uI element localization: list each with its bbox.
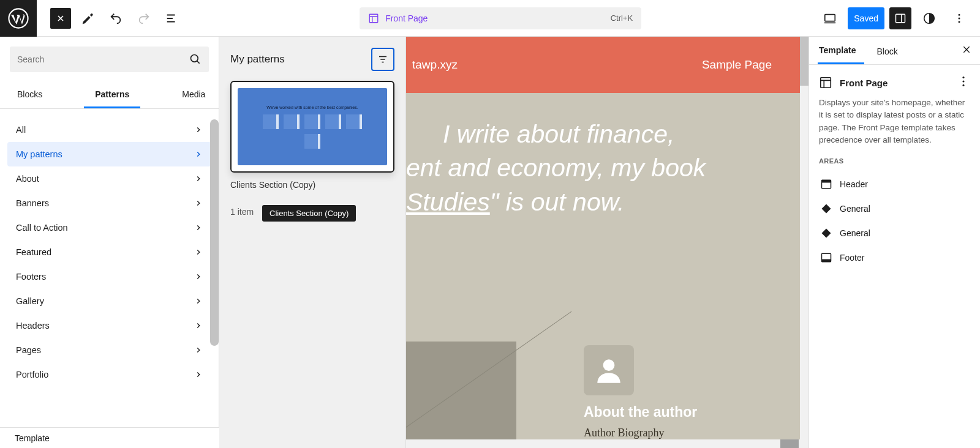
search-field-wrapper[interactable] (10, 47, 209, 72)
settings-sidebar: Template Block Front Page Displays your … (809, 37, 980, 448)
chevron-right-icon (194, 174, 203, 183)
category-featured[interactable]: Featured (7, 240, 211, 264)
svg-point-9 (603, 359, 615, 371)
styles-button[interactable] (916, 7, 942, 29)
category-about[interactable]: About (7, 166, 211, 191)
inserter-panel: Blocks Patterns Media All My patterns Ab… (0, 37, 219, 448)
nav-link-sample-page[interactable]: Sample Page (702, 58, 772, 72)
top-toolbar: Front Page Ctrl+K Saved (0, 0, 980, 37)
close-inserter-button[interactable] (50, 8, 71, 29)
pattern-card[interactable]: We've worked with some of the best compa… (230, 81, 394, 173)
hero-line-3: " is out now. (490, 188, 625, 216)
document-overview-button[interactable] (160, 7, 184, 30)
author-box[interactable]: About the author Author Biography (584, 345, 697, 439)
tab-patterns[interactable]: Patterns (84, 82, 140, 108)
category-headers[interactable]: Headers (7, 313, 211, 338)
chevron-right-icon (194, 297, 203, 305)
category-footers[interactable]: Footers (7, 264, 211, 289)
area-footer[interactable]: Footer (819, 245, 970, 270)
undo-button[interactable] (104, 7, 127, 30)
footer-icon (820, 252, 832, 264)
svg-point-13 (962, 84, 964, 86)
area-general-2[interactable]: General (819, 221, 970, 245)
search-input[interactable] (17, 54, 189, 64)
svg-point-11 (962, 77, 964, 78)
category-all[interactable]: All (7, 118, 211, 142)
canvas-scrollbar-horizontal-thumb[interactable] (780, 439, 799, 448)
header-icon (820, 178, 832, 190)
category-label: Pages (16, 345, 41, 355)
area-label: General (840, 204, 870, 214)
category-label: My patterns (16, 149, 62, 159)
category-my-patterns[interactable]: My patterns (7, 142, 211, 166)
tools-button[interactable] (76, 7, 99, 30)
category-portfolio[interactable]: Portfolio (7, 362, 211, 387)
page-body-block[interactable]: I write about finance, ent and economy, … (406, 93, 809, 439)
inserter-scrollbar[interactable] (210, 119, 219, 346)
command-shortcut: Ctrl+K (611, 13, 633, 23)
category-label: All (16, 125, 26, 135)
svg-rect-1 (369, 14, 378, 23)
area-general-1[interactable]: General (819, 196, 970, 221)
chevron-right-icon (194, 125, 203, 134)
chevron-right-icon (194, 321, 203, 330)
svg-point-7 (958, 21, 960, 23)
hero-text[interactable]: I write about finance, ent and economy, … (406, 118, 802, 219)
flyout-title: My patterns (230, 53, 285, 65)
page-header-block[interactable]: tawp.xyz Sample Page (406, 37, 809, 93)
svg-point-8 (191, 55, 198, 62)
tab-media[interactable]: Media (171, 82, 216, 108)
category-gallery[interactable]: Gallery (7, 289, 211, 313)
area-header[interactable]: Header (819, 172, 970, 196)
editor-canvas[interactable]: tawp.xyz Sample Page I write about finan… (406, 37, 809, 448)
category-pages[interactable]: Pages (7, 338, 211, 362)
category-label: Featured (16, 247, 51, 257)
pattern-preview-caption: We've worked with some of the best compa… (266, 105, 358, 110)
search-icon (189, 53, 202, 65)
category-label: Call to Action (16, 223, 68, 233)
options-button[interactable] (947, 7, 971, 29)
canvas-scrollbar-vertical-thumb[interactable] (800, 37, 809, 86)
area-label: General (840, 228, 870, 238)
template-actions-button[interactable] (957, 75, 970, 91)
category-label: Portfolio (16, 370, 48, 379)
chevron-right-icon (194, 150, 203, 159)
breadcrumb-item: Template (15, 433, 50, 443)
svg-rect-3 (895, 14, 905, 22)
category-call-to-action[interactable]: Call to Action (7, 215, 211, 240)
desktop-icon (823, 12, 837, 25)
breadcrumb-bar[interactable]: Template (0, 427, 219, 448)
filter-icon (377, 54, 388, 65)
save-button[interactable]: Saved (848, 7, 884, 29)
hero-line-1: I write about finance, (443, 120, 674, 148)
category-label: Banners (16, 198, 49, 208)
wordpress-logo[interactable] (0, 0, 37, 37)
pattern-label: Clients Section (Copy) (230, 180, 394, 190)
category-label: Headers (16, 321, 50, 330)
image-placeholder[interactable] (406, 342, 516, 439)
chevron-right-icon (194, 346, 203, 354)
category-label: About (16, 174, 39, 184)
template-description: Displays your site's homepage, whether i… (819, 97, 970, 146)
document-title-bar[interactable]: Front Page Ctrl+K (360, 7, 641, 29)
site-title: tawp.xyz (412, 58, 458, 72)
settings-panel-toggle[interactable] (889, 7, 911, 29)
svg-rect-2 (825, 14, 835, 21)
about-subtitle: Author Biography (584, 427, 697, 439)
close-sidebar-button[interactable] (962, 45, 971, 57)
svg-point-6 (958, 17, 960, 19)
tab-block[interactable]: Block (875, 38, 906, 64)
redo-button[interactable] (132, 7, 156, 30)
diamond-icon (820, 227, 832, 239)
view-button[interactable] (817, 7, 843, 29)
category-banners[interactable]: Banners (7, 191, 211, 215)
filter-button[interactable] (371, 48, 394, 71)
tab-template[interactable]: Template (818, 37, 864, 64)
canvas-scrollbar-vertical-track[interactable] (800, 37, 809, 448)
chevron-right-icon (194, 370, 203, 379)
diamond-icon (820, 203, 832, 215)
tab-blocks[interactable]: Blocks (6, 82, 53, 108)
areas-section-label: AREAS (819, 157, 970, 165)
canvas-scrollbar-horizontal-track[interactable] (406, 439, 800, 448)
chevron-right-icon (194, 223, 203, 232)
